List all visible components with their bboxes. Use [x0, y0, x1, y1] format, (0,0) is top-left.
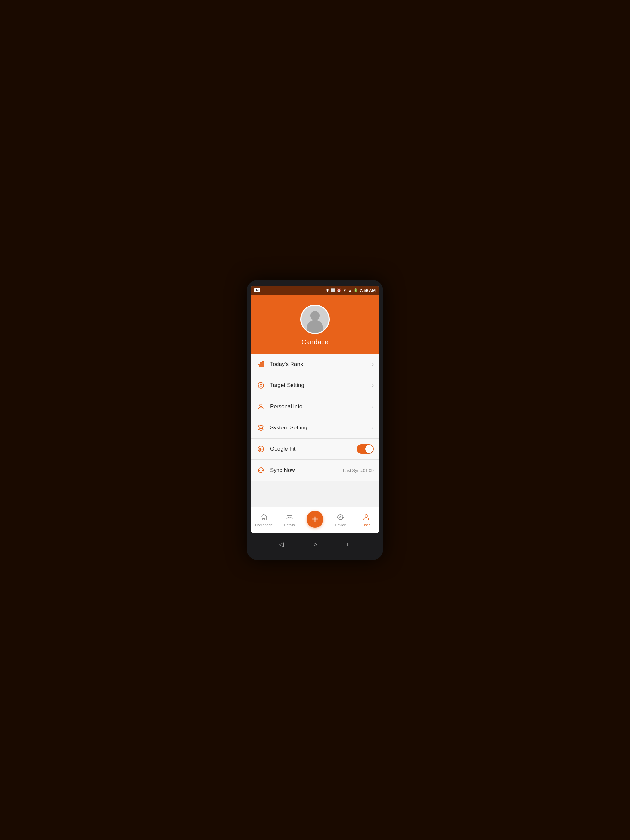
svg-rect-1	[260, 363, 262, 367]
status-left: M	[254, 288, 260, 292]
gear-icon	[256, 423, 265, 433]
chevron-system-setting: ›	[372, 425, 374, 431]
recent-button[interactable]: □	[347, 541, 351, 548]
menu-label-system-setting: System Setting	[270, 425, 369, 431]
user-icon	[362, 513, 371, 522]
menu-item-target-setting[interactable]: Target Setting ›	[251, 375, 379, 396]
avatar-head	[310, 311, 320, 320]
alarm-icon: ⏰	[337, 288, 341, 292]
nav-item-homepage[interactable]: Homepage	[254, 513, 273, 527]
phone-device: M ✱ ⬜ ⏰ ▼ ▲ 🔋 7:59 AM Candace	[246, 280, 384, 560]
avatar[interactable]	[300, 305, 330, 334]
svg-point-17	[340, 516, 341, 518]
menu-label-sync-now: Sync Now	[270, 467, 343, 474]
home-button[interactable]: ○	[314, 541, 317, 548]
target-icon	[256, 381, 265, 390]
menu-item-google-fit[interactable]: g+ Google Fit	[251, 439, 379, 460]
toggle-knob	[365, 445, 373, 453]
empty-space	[251, 481, 379, 507]
bottom-nav: Homepage Details	[251, 507, 379, 533]
chevron-target-setting: ›	[372, 382, 374, 388]
device-icon	[336, 513, 345, 522]
svg-rect-2	[262, 361, 264, 367]
menu-item-system-setting[interactable]: System Setting ›	[251, 417, 379, 439]
menu-right-todays-rank: ›	[369, 361, 374, 367]
svg-point-10	[260, 427, 262, 429]
nav-label-user: User	[362, 523, 370, 527]
menu-right-google-fit	[357, 444, 374, 453]
bluetooth-icon: ✱	[326, 288, 329, 292]
home-icon	[259, 513, 268, 522]
nav-label-device: Device	[335, 523, 346, 527]
sync-icon	[256, 466, 265, 475]
svg-point-22	[365, 515, 368, 517]
google-fit-icon: g+	[256, 444, 265, 453]
profile-header: Candace	[251, 295, 379, 354]
nav-label-details: Details	[284, 523, 295, 527]
menu-label-google-fit: Google Fit	[270, 446, 357, 452]
nav-item-details[interactable]: Details	[280, 513, 299, 527]
svg-point-16	[338, 515, 343, 520]
back-button[interactable]: ◁	[279, 541, 284, 548]
person-icon	[256, 402, 265, 411]
sync-subtitle: Last Sync:01-09	[343, 468, 374, 473]
details-icon	[285, 513, 294, 522]
menu-label-todays-rank: Today's Rank	[270, 361, 369, 368]
email-notification-icon: M	[254, 288, 260, 292]
rank-icon	[256, 360, 265, 369]
avatar-body	[307, 320, 323, 333]
menu-label-personal-info: Personal info	[270, 403, 369, 410]
nav-label-homepage: Homepage	[255, 523, 273, 527]
svg-text:g+: g+	[259, 447, 263, 451]
signal-icon: ▲	[348, 288, 352, 292]
nav-item-user[interactable]: User	[357, 513, 376, 527]
chevron-personal-info: ›	[372, 404, 374, 410]
wifi-icon: ▼	[343, 288, 347, 292]
menu-item-personal-info[interactable]: Personal info ›	[251, 396, 379, 417]
system-nav: ◁ ○ □	[251, 536, 379, 553]
svg-point-9	[260, 404, 262, 407]
menu-right-system-setting: ›	[369, 425, 374, 431]
status-time: 7:59 AM	[360, 288, 376, 293]
add-fab-button[interactable]	[306, 511, 324, 527]
phone-screen: M ✱ ⬜ ⏰ ▼ ▲ 🔋 7:59 AM Candace	[251, 286, 379, 533]
menu-label-target-setting: Target Setting	[270, 382, 369, 389]
menu-right-target-setting: ›	[369, 382, 374, 388]
menu-right-sync-now: Last Sync:01-09	[343, 468, 374, 473]
google-fit-toggle[interactable]	[357, 444, 374, 453]
battery-icon: 🔋	[354, 288, 358, 292]
status-bar: M ✱ ⬜ ⏰ ▼ ▲ 🔋 7:59 AM	[251, 286, 379, 295]
menu-item-sync-now[interactable]: Sync Now Last Sync:01-09	[251, 460, 379, 481]
svg-point-4	[260, 384, 262, 387]
profile-name: Candace	[301, 338, 329, 346]
nav-item-add[interactable]	[305, 511, 325, 529]
status-icons: ✱ ⬜ ⏰ ▼ ▲ 🔋 7:59 AM	[326, 288, 376, 293]
svg-rect-0	[258, 364, 259, 367]
nav-item-device[interactable]: Device	[331, 513, 350, 527]
menu-list: Today's Rank › Target Se	[251, 354, 379, 481]
chevron-todays-rank: ›	[372, 361, 374, 367]
menu-item-todays-rank[interactable]: Today's Rank ›	[251, 354, 379, 375]
vibrate-icon: ⬜	[331, 288, 335, 292]
menu-right-personal-info: ›	[369, 404, 374, 410]
avatar-silhouette	[305, 308, 325, 333]
